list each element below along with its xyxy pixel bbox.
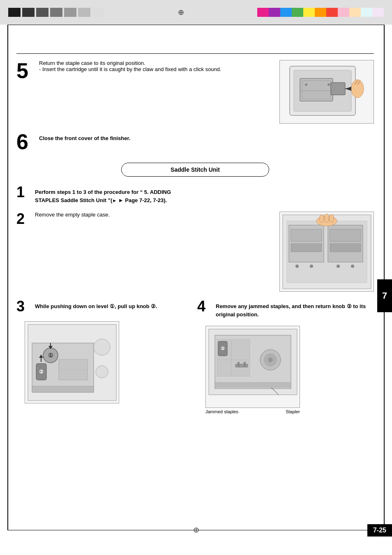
step-2-saddle-title: Remove the empty staple case. (35, 212, 271, 218)
saddle-stitch-label: Saddle Stitch Unit (171, 166, 220, 173)
step-3-saddle: 3 While pushing down on level ①, pull up… (16, 299, 193, 314)
step-5-image (279, 60, 374, 124)
svg-rect-55 (215, 382, 291, 387)
header-bar: ⊕ (0, 0, 392, 25)
svg-rect-26 (320, 215, 324, 222)
step-5-content: Return the staple case to its original p… (39, 60, 271, 72)
color-block-2 (22, 8, 35, 17)
step-3-container: 3 While pushing down on level ①, pull up… (16, 299, 193, 414)
svg-point-42 (96, 366, 108, 378)
step-4-saddle: 4 Remove any jammed staples, and then re… (197, 299, 374, 318)
svg-rect-6 (331, 83, 345, 95)
footer-compass-symbol: ⊕ (193, 526, 199, 534)
svg-rect-3 (302, 81, 331, 99)
step-5-svg (281, 62, 372, 122)
jammed-staples-label: Jammed staples (205, 409, 238, 414)
step-5-row: Return the staple case to its original p… (39, 60, 374, 124)
svg-point-10 (351, 80, 364, 98)
color-block-r8 (338, 8, 349, 17)
step-2-saddle: 2 Remove the empty staple case. (16, 212, 374, 292)
header-right-color-blocks (257, 8, 384, 17)
step-2-svg (281, 213, 373, 291)
svg-rect-16 (291, 229, 322, 242)
color-block-6 (78, 8, 90, 17)
step-1-saddle-number: 1 (16, 185, 35, 200)
steps-3-4-container: 3 While pushing down on level ①, pull up… (16, 299, 374, 414)
step-6-title: Close the front cover of the finisher. (39, 134, 374, 143)
color-block-r9 (349, 8, 361, 17)
color-block-r2 (269, 8, 280, 17)
step-3-title: While pushing down on level ①, pull up k… (35, 302, 193, 311)
svg-rect-28 (330, 214, 334, 222)
step-4-image-wrapper: ② (205, 326, 374, 414)
step-2-saddle-row: Remove the empty staple case. (35, 212, 374, 292)
svg-point-22 (310, 265, 313, 268)
svg-point-52 (268, 358, 272, 362)
svg-text:②: ② (221, 346, 225, 351)
step-5-title: Return the staple case to its original p… (39, 60, 271, 66)
color-block-1 (8, 8, 21, 17)
stapler-label: Stapler (286, 409, 300, 414)
color-block-r10 (361, 8, 372, 17)
step-2-saddle-image (279, 212, 374, 292)
step-2-saddle-content: Remove the empty staple case. (35, 212, 271, 218)
step-1-saddle-text: Perform steps 1 to 3 of the procedure fo… (35, 188, 374, 204)
svg-rect-58 (244, 362, 246, 367)
chapter-number: 7 (382, 290, 387, 301)
chapter-tab: 7 (377, 279, 392, 312)
color-block-4 (50, 8, 62, 17)
svg-rect-57 (238, 362, 240, 367)
color-block-5 (64, 8, 76, 17)
step-2-saddle-number: 2 (16, 212, 35, 226)
header-left-color-blocks (8, 8, 104, 17)
color-block-r4 (292, 8, 303, 17)
step-5: 5 Return the staple case to its original… (16, 60, 374, 124)
header-compass: ⊕ (178, 8, 184, 17)
step-3-svg: ① ② (26, 322, 118, 403)
step-6-content: Close the front cover of the finisher. (39, 131, 374, 143)
svg-point-21 (295, 265, 299, 268)
color-block-r11 (372, 8, 384, 17)
footer-compass: ⊕ (193, 525, 199, 534)
svg-point-23 (337, 265, 340, 268)
step-1-saddle: 1 Perform steps 1 to 3 of the procedure … (16, 185, 374, 204)
svg-rect-20 (330, 244, 361, 252)
color-block-r6 (315, 8, 326, 17)
main-content: 5 Return the staple case to its original… (16, 53, 374, 414)
svg-rect-43 (32, 386, 94, 392)
step-5-description: - Insert the cartridge until it is caugh… (39, 66, 271, 72)
step-4-content: Remove any jammed staples, and then retu… (216, 299, 374, 318)
color-block-r5 (303, 8, 315, 17)
step-1-saddle-content: Perform steps 1 to 3 of the procedure fo… (35, 185, 374, 204)
right-border-line (384, 25, 385, 530)
svg-point-8 (327, 83, 330, 86)
step-4-svg: ② (207, 327, 299, 407)
top-border-line (7, 25, 385, 25)
svg-text:①: ① (48, 352, 53, 359)
step-6-number: 6 (16, 131, 39, 152)
step-3-image: ① ② (25, 321, 119, 403)
step-4-container: 4 Remove any jammed staples, and then re… (197, 299, 374, 414)
svg-rect-17 (291, 244, 322, 252)
svg-rect-27 (325, 214, 329, 222)
step-4-captions: Jammed staples Stapler (205, 409, 300, 414)
svg-point-7 (305, 83, 307, 86)
page-number: 7-25 (373, 527, 386, 534)
step-3-number: 3 (16, 299, 35, 314)
color-block-r1 (257, 8, 269, 17)
top-divider (16, 53, 374, 54)
page-number-box: 7-25 (367, 524, 392, 537)
svg-rect-19 (330, 229, 361, 242)
svg-point-39 (94, 339, 110, 355)
step-3-content: While pushing down on level ①, pull up k… (35, 299, 193, 311)
svg-text:②: ② (39, 369, 43, 375)
color-block-r7 (326, 8, 338, 17)
color-block-3 (36, 8, 48, 17)
svg-rect-56 (235, 364, 248, 367)
left-border-line (7, 25, 8, 530)
step-5-number: 5 (16, 60, 39, 81)
step-4-number: 4 (197, 299, 216, 314)
step-4-title: Remove any jammed staples, and then retu… (216, 302, 374, 318)
step-3-image-wrapper: ① ② (25, 321, 193, 403)
step-6: 6 Close the front cover of the finisher. (16, 131, 374, 152)
